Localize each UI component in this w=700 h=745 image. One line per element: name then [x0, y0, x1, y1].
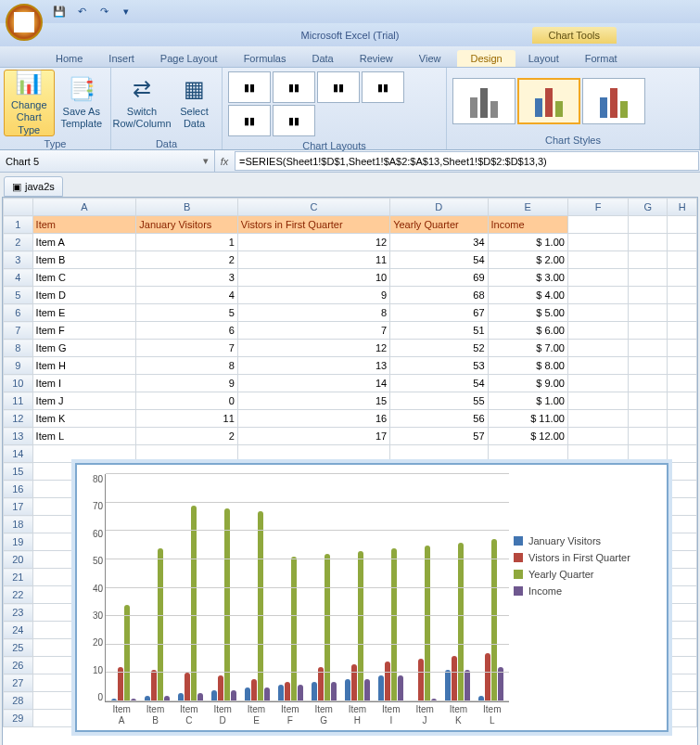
cell[interactable]: Item A [32, 234, 136, 251]
undo-icon[interactable]: ↶ [72, 3, 91, 21]
cell[interactable] [629, 410, 668, 428]
row-header[interactable]: 18 [4, 516, 33, 533]
cell[interactable]: 57 [390, 428, 488, 445]
row-header[interactable]: 28 [4, 692, 33, 710]
cell[interactable] [629, 216, 668, 234]
cell[interactable]: $ 3.00 [488, 269, 567, 287]
tab-design[interactable]: Design [457, 50, 515, 67]
cell[interactable] [668, 569, 697, 586]
row-header[interactable]: 25 [4, 639, 33, 657]
style-thumb-selected[interactable] [517, 78, 580, 124]
tab-format[interactable]: Format [572, 50, 630, 67]
cell[interactable]: 69 [390, 269, 488, 287]
cell[interactable]: 12 [237, 234, 389, 251]
col-header[interactable]: D [390, 199, 488, 216]
tab-insert[interactable]: Insert [95, 50, 147, 67]
row-header[interactable]: 23 [4, 604, 33, 622]
row-header[interactable]: 17 [4, 498, 33, 516]
cell[interactable]: Vistors in First Quarter [237, 216, 389, 234]
switch-row-column-button[interactable]: ⇄Switch Row/Column [115, 70, 169, 136]
cell[interactable] [567, 340, 628, 357]
change-chart-type-button[interactable]: 📊Change Chart Type [4, 70, 55, 136]
chart-legend[interactable]: January VisitorsVistors in First Quarter… [514, 530, 657, 602]
select-data-button[interactable]: ▦Select Data [171, 70, 218, 136]
cell[interactable]: $ 12.00 [488, 428, 567, 445]
cell[interactable] [668, 234, 697, 251]
cell[interactable]: Item K [32, 410, 136, 428]
fx-icon[interactable]: fx [215, 150, 234, 172]
cell[interactable] [629, 304, 668, 322]
cell[interactable] [567, 410, 628, 428]
cell[interactable]: 9 [237, 287, 389, 304]
cell[interactable] [668, 533, 697, 551]
cell[interactable] [629, 234, 668, 251]
style-thumb[interactable] [452, 78, 515, 124]
row-header[interactable]: 22 [4, 586, 33, 604]
cell[interactable]: 12 [237, 340, 389, 357]
cell[interactable] [567, 269, 628, 287]
cell[interactable]: 8 [237, 304, 389, 322]
cell[interactable]: Item G [32, 340, 136, 357]
cell[interactable]: 54 [390, 251, 488, 269]
tab-page-layout[interactable]: Page Layout [147, 50, 231, 67]
cell[interactable] [668, 216, 697, 234]
layout-thumb[interactable]: ▮▮ [228, 71, 271, 103]
cell[interactable] [668, 639, 697, 657]
cell[interactable]: Item I [32, 375, 136, 392]
col-header[interactable]: E [488, 199, 567, 216]
row-header[interactable]: 15 [4, 463, 33, 481]
cell[interactable]: 11 [136, 410, 238, 428]
cell[interactable] [32, 445, 136, 463]
cell[interactable] [237, 445, 389, 463]
cell[interactable]: 14 [237, 375, 389, 392]
cell[interactable]: Income [488, 216, 567, 234]
row-header[interactable]: 6 [4, 304, 33, 322]
row-header[interactable]: 2 [4, 234, 33, 251]
cell[interactable] [668, 445, 697, 463]
cell[interactable]: $ 2.00 [488, 251, 567, 269]
cell[interactable]: $ 4.00 [488, 287, 567, 304]
cell[interactable] [390, 445, 488, 463]
cell[interactable] [567, 357, 628, 375]
cell[interactable] [668, 410, 697, 428]
cell[interactable] [668, 710, 697, 727]
layout-thumb[interactable]: ▮▮ [362, 71, 404, 103]
row-header[interactable]: 19 [4, 533, 33, 551]
cell[interactable] [668, 392, 697, 410]
cell[interactable] [567, 304, 628, 322]
cell[interactable] [668, 604, 697, 622]
cell[interactable]: Item E [32, 304, 136, 322]
tab-review[interactable]: Review [347, 50, 406, 67]
row-header[interactable]: 8 [4, 340, 33, 357]
cell[interactable] [668, 498, 697, 516]
row-header[interactable]: 5 [4, 287, 33, 304]
col-header[interactable]: H [668, 199, 697, 216]
formula-bar[interactable]: =SERIES(Sheet1!$D$1,Sheet1!$A$2:$A$13,Sh… [235, 151, 699, 171]
cell[interactable]: 11 [237, 251, 389, 269]
cell[interactable]: $ 11.00 [488, 410, 567, 428]
style-thumb[interactable] [582, 78, 645, 124]
cell[interactable]: $ 9.00 [488, 375, 567, 392]
cell[interactable]: 4 [136, 287, 238, 304]
row-header[interactable]: 1 [4, 216, 33, 234]
cell[interactable]: Item B [32, 251, 136, 269]
layout-thumb[interactable]: ▮▮ [228, 105, 271, 136]
cell[interactable]: 34 [390, 234, 488, 251]
cell[interactable]: 8 [136, 357, 238, 375]
row-header[interactable]: 24 [4, 622, 33, 639]
tab-home[interactable]: Home [43, 50, 95, 67]
cell[interactable] [629, 322, 668, 340]
tab-data[interactable]: Data [299, 50, 346, 67]
cell[interactable] [668, 622, 697, 639]
chart-layouts-gallery[interactable]: ▮▮ ▮▮ ▮▮ ▮▮ ▮▮ ▮▮ [226, 70, 442, 138]
chart-plot-area[interactable] [105, 474, 509, 702]
worksheet-area[interactable]: ABCDEFGH 1ItemJanuary VisitorsVistors in… [2, 197, 698, 745]
cell[interactable] [668, 322, 697, 340]
save-icon[interactable]: 💾 [50, 3, 69, 21]
col-header[interactable]: F [567, 199, 628, 216]
tab-formulas[interactable]: Formulas [231, 50, 299, 67]
cell[interactable]: 6 [136, 322, 238, 340]
cell[interactable]: $ 1.00 [488, 234, 567, 251]
cell[interactable]: January Visitors [136, 216, 238, 234]
cell[interactable] [629, 445, 668, 463]
